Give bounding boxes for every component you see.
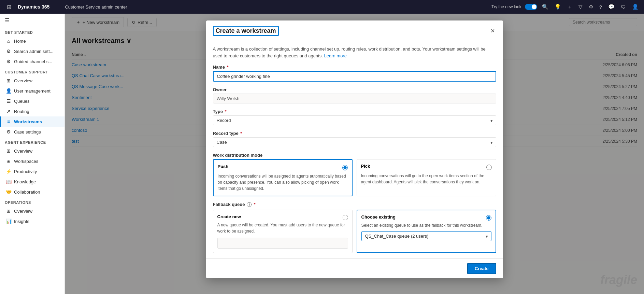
workstreams-icon: ≡ [6,119,11,124]
create-new-description: A new queue will be created. You must ad… [217,222,348,234]
choose-existing-radio[interactable] [486,215,491,221]
sidebar-item-label: Case settings [14,129,41,135]
sidebar-item-label: Overview [14,209,32,214]
sidebar-item-guided-channel[interactable]: ⚙ Guided channel s... [0,56,65,67]
sidebar-item-overview-ae[interactable]: ⊞ Overview [0,146,65,156]
settings-icon[interactable]: ⚙ [587,2,595,11]
new-look-toggle[interactable] [525,4,537,10]
fallback-label: Fallback queue i * [213,202,496,207]
record-type-select[interactable]: Case Email Social [213,137,496,147]
push-radio[interactable] [342,165,348,170]
productivity-icon: ⚡ [6,169,11,174]
workspaces-icon: ⊞ [6,158,11,164]
push-description: Incoming conversations will be assigned … [218,173,348,192]
search-icon[interactable]: 🔍 [541,2,550,11]
knowledge-icon: 📖 [6,179,11,184]
choose-existing-card[interactable]: Choose existing Select an existing queue… [357,210,496,253]
sidebar-item-label: Productivity [14,169,37,174]
top-navigation: ⊞ Dynamics 365 Customer Service admin ce… [0,0,644,14]
create-new-card[interactable]: Create new A new queue will be created. … [213,210,353,253]
guided-icon: ⚙ [6,59,11,64]
fallback-options: Create new A new queue will be created. … [213,210,496,253]
name-field-group: Name * [213,65,496,82]
sidebar-item-collaboration[interactable]: 🤝 Collaboration [0,187,65,197]
lightbulb-icon[interactable]: 💡 [553,2,562,11]
grid-icon: ⊞ [7,4,11,10]
queue-select-wrapper: QS_Chat_Case queue (2 users) Default que… [361,231,491,241]
sidebar-item-label: Routing [14,109,29,114]
section-label-customer-support: Customer support [0,67,65,75]
sidebar-collapse-button[interactable]: ☰ [0,14,65,27]
fallback-info-icon[interactable]: i [247,202,252,207]
sidebar-item-overview-ops[interactable]: ⊞ Overview [0,206,65,216]
sidebar-item-home[interactable]: ⌂ Home [0,36,65,46]
section-label-get-started: Get started [0,27,65,36]
sidebar-item-label: Workstreams [14,119,42,124]
sidebar-item-knowledge[interactable]: 📖 Knowledge [0,177,65,187]
sidebar-item-label: Guided channel s... [14,59,52,64]
push-label: Push [218,164,229,169]
collaboration-icon: 🤝 [6,189,11,195]
work-dist-options: Push Incoming conversations will be assi… [213,159,496,196]
create-new-radio[interactable] [343,215,348,220]
sidebar-item-routing[interactable]: ↗ Routing [0,106,65,116]
sidebar-item-user-management[interactable]: 👤 User management [0,86,65,96]
nav-separator [58,3,58,10]
main-layout: ☰ Get started ⌂ Home ⚙ Search admin sett… [0,14,644,294]
learn-more-link[interactable]: Learn more [324,53,346,58]
sidebar-item-workspaces[interactable]: ⊞ Workspaces [0,156,65,166]
sidebar-item-case-settings[interactable]: ⚙ Case settings [0,127,65,137]
modal-title: Create a workstream [213,26,279,36]
sidebar-item-label: Insights [14,219,29,224]
modal-body: A workstream is a collection of settings… [206,40,503,258]
sidebar-item-overview-cs[interactable]: ⊞ Overview [0,75,65,86]
overview-ae-icon: ⊞ [6,148,11,154]
sidebar-item-search-admin[interactable]: ⚙ Search admin sett... [0,46,65,56]
user-mgmt-icon: 👤 [6,88,11,94]
modal-close-button[interactable]: ✕ [489,26,496,36]
queue-select[interactable]: QS_Chat_Case queue (2 users) Default que… [361,231,491,241]
type-label: Type * [213,109,496,114]
sidebar-item-productivity[interactable]: ⚡ Productivity [0,166,65,177]
record-type-label: Record type * [213,131,496,136]
owner-label: Owner [213,87,496,92]
type-select[interactable]: Record Chat Voice [213,115,496,125]
sidebar-item-label: Knowledge [14,179,36,184]
app-grid-icon[interactable]: ⊞ [4,2,14,12]
brand-name: Dynamics 365 [18,4,49,10]
home-icon: ⌂ [6,38,11,44]
chat-icon[interactable]: 🗨 [619,3,627,11]
sidebar-item-label: Overview [14,149,32,154]
create-button[interactable]: Create [467,263,496,274]
sidebar-item-insights[interactable]: 📊 Insights [0,216,65,226]
create-workstream-modal: Create a workstream ✕ A workstream is a … [206,20,503,278]
pick-option-card[interactable]: Pick Incoming conversations will go to t… [357,159,496,196]
name-input[interactable] [213,71,496,82]
sidebar-item-label: Workspaces [14,159,38,164]
modal-header: Create a workstream ✕ [206,20,503,40]
record-type-field-group: Record type * Case Email Social [213,131,496,147]
push-option-card[interactable]: Push Incoming conversations will be assi… [213,159,353,196]
filter-icon[interactable]: ▽ [577,2,584,11]
sidebar-item-label: Search admin sett... [14,49,54,54]
pick-radio[interactable] [486,165,492,170]
sidebar-item-label: Home [14,39,26,44]
add-icon[interactable]: ＋ [566,2,574,12]
user-avatar[interactable]: 👤 [631,2,640,11]
section-label-agent-experience: Agent experience [0,137,65,146]
sidebar-item-label: Queues [14,99,30,104]
sidebar-item-workstreams[interactable]: ≡ Workstreams [0,116,65,127]
name-label: Name * [213,65,496,70]
sidebar-item-queues[interactable]: ☰ Queues [0,96,65,106]
routing-icon: ↗ [6,109,11,114]
help-icon[interactable]: ? [598,3,603,11]
work-dist-label: Work distribution mode [213,153,496,158]
feedback-icon[interactable]: 💬 [607,2,616,11]
choose-existing-label: Choose existing [361,214,396,220]
section-label-operations: Operations [0,197,65,206]
choose-existing-description: Select an existing queue to use as the f… [361,222,491,228]
owner-input[interactable] [213,94,496,103]
case-settings-icon: ⚙ [6,129,11,135]
sidebar: ☰ Get started ⌂ Home ⚙ Search admin sett… [0,14,65,294]
pick-description: Incoming conversations will go to the op… [361,173,492,185]
